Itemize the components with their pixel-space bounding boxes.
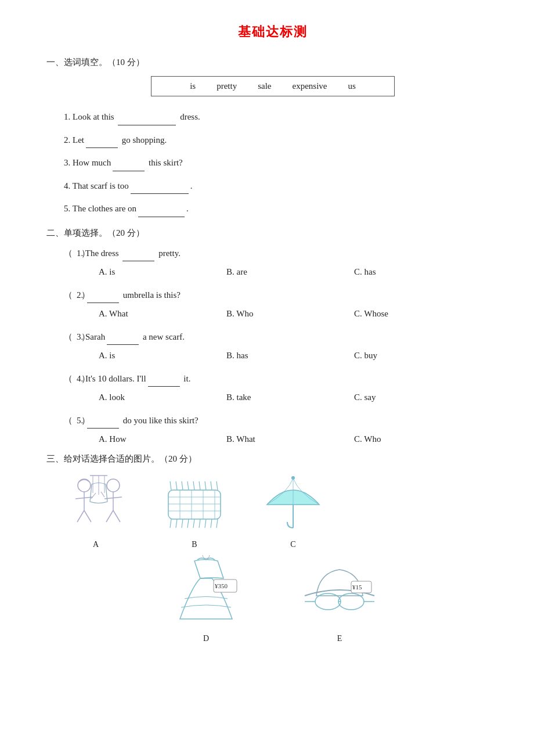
blank-s1-1[interactable] [118, 108, 176, 125]
s2-q2-paren[interactable]: （ ） [64, 287, 77, 304]
svg-line-41 [217, 481, 218, 490]
svg-line-14 [91, 493, 96, 499]
word-box: is pretty sale expensive us [151, 76, 395, 96]
blank-s2-1[interactable] [122, 244, 154, 262]
blank-s2-4[interactable] [148, 370, 180, 387]
svg-line-15 [101, 492, 104, 497]
svg-line-36 [187, 481, 189, 490]
section1-questions: 1. Look at this dress. 2. Let go shoppin… [64, 108, 499, 217]
svg-line-35 [182, 481, 183, 490]
s2-q3-row: （ ）3. Sarah a new scarf. [64, 328, 499, 345]
s2-q5-paren[interactable]: （ ） [64, 412, 77, 429]
svg-line-37 [193, 481, 194, 490]
image-E: ¥15 E [296, 555, 383, 643]
s2-q4-optC[interactable]: C. say [354, 389, 482, 406]
svg-line-27 [187, 519, 189, 528]
blank-s2-2[interactable] [87, 286, 119, 304]
s2-q2-options: A. What B. Who C. Whose [99, 305, 499, 322]
glasses-icon: ¥15 [296, 555, 383, 631]
s2-q1-paren[interactable]: （ ） [64, 245, 77, 262]
s1-q3: 3. How much this skirt? [64, 154, 499, 171]
svg-text:¥15: ¥15 [352, 584, 362, 591]
word-sale: sale [258, 81, 271, 91]
s2-q4-optA[interactable]: A. look [99, 389, 226, 406]
blank-s1-5[interactable] [138, 200, 185, 217]
img-label-E: E [337, 634, 342, 643]
s2-q1-options: A. is B. are C. has [99, 264, 499, 280]
img-label-A: A [93, 540, 99, 549]
svg-line-38 [199, 481, 200, 490]
word-is: is [190, 81, 196, 91]
s2-q5-options: A. How B. What C. Who [99, 431, 499, 448]
section2-title: 二、单项选择。（20 分） [46, 228, 499, 239]
word-pretty: pretty [217, 81, 237, 91]
svg-line-24 [170, 519, 171, 528]
s2-q1-row: （ ）1. The dress pretty. [64, 244, 499, 262]
dress-icon: ¥350 [163, 555, 250, 631]
s2-q2-optA[interactable]: A. What [99, 305, 226, 322]
word-us: us [348, 81, 355, 91]
s2-q3-optB[interactable]: B. has [226, 347, 354, 364]
s2-q3-paren[interactable]: （ ） [64, 329, 77, 345]
s2-q4-paren[interactable]: （ ） [64, 370, 77, 387]
s2-q3-optA[interactable]: A. is [99, 347, 226, 364]
img-label-B: B [192, 540, 197, 549]
section3-title: 三、给对话选择合适的图片。（20 分） [46, 453, 499, 465]
svg-line-3 [106, 510, 113, 522]
svg-line-29 [199, 519, 200, 528]
umbrella-icon [255, 473, 331, 537]
s2-q1-optB[interactable]: B. are [226, 264, 354, 280]
s2-q4-row: （ ）4. It's 10 dollars. I'll it. [64, 370, 499, 387]
s2-q3-optC[interactable]: C. buy [354, 347, 482, 364]
svg-line-32 [217, 519, 218, 528]
svg-point-43 [291, 476, 295, 480]
s2-q2-row: （ ）2. umbrella is this? [64, 286, 499, 304]
section3-images-row2: ¥350 D ¥15 E [46, 555, 499, 643]
img-label-C: C [290, 540, 295, 549]
shopping-icon [58, 473, 134, 537]
svg-line-8 [77, 510, 84, 522]
blank-s1-3[interactable] [113, 154, 145, 171]
blank-s2-3[interactable] [107, 328, 139, 345]
section3-images-row1: A [58, 473, 499, 549]
svg-line-31 [211, 519, 212, 528]
img-label-D: D [203, 634, 209, 643]
s2-q4-optB[interactable]: B. take [226, 389, 354, 406]
s1-q4: 4. That scarf is too . [64, 177, 499, 195]
page-title: 基础达标测 [46, 23, 499, 41]
svg-line-39 [205, 481, 206, 490]
svg-line-40 [211, 481, 212, 490]
s2-q2-optC[interactable]: C. Whose [354, 305, 482, 322]
s2-q5-optA[interactable]: A. How [99, 431, 226, 448]
svg-text:¥350: ¥350 [215, 582, 228, 589]
svg-line-34 [176, 481, 177, 490]
s2-q2-optB[interactable]: B. Who [226, 305, 354, 322]
s2-q3-options: A. is B. has C. buy [99, 347, 499, 364]
svg-line-4 [113, 510, 120, 522]
s1-q2: 2. Let go shopping. [64, 131, 499, 149]
s1-q1: 1. Look at this dress. [64, 108, 499, 125]
s2-q5-optC[interactable]: C. Who [354, 431, 482, 448]
svg-line-28 [193, 519, 194, 528]
s2-q4-options: A. look B. take C. say [99, 389, 499, 406]
svg-line-26 [182, 519, 183, 528]
blank-s1-4[interactable] [131, 177, 189, 195]
blank-s2-5[interactable] [87, 412, 119, 429]
image-B: B [157, 473, 232, 549]
image-C: C [255, 473, 331, 549]
blank-s1-2[interactable] [86, 131, 118, 149]
svg-line-30 [205, 519, 206, 528]
s2-q5-optB[interactable]: B. What [226, 431, 354, 448]
s1-q5: 5. The clothes are on . [64, 200, 499, 217]
svg-line-25 [176, 519, 177, 528]
s2-q1-optC[interactable]: C. has [354, 264, 482, 280]
s2-q1-optA[interactable]: A. is [99, 264, 226, 280]
image-D: ¥350 D [163, 555, 250, 643]
section1-title: 一、选词填空。（10 分） [46, 57, 499, 68]
svg-rect-16 [168, 490, 221, 519]
svg-line-9 [84, 510, 91, 522]
svg-line-33 [170, 481, 171, 490]
image-A: A [58, 473, 134, 549]
word-expensive: expensive [293, 81, 327, 91]
svg-point-0 [107, 479, 120, 492]
